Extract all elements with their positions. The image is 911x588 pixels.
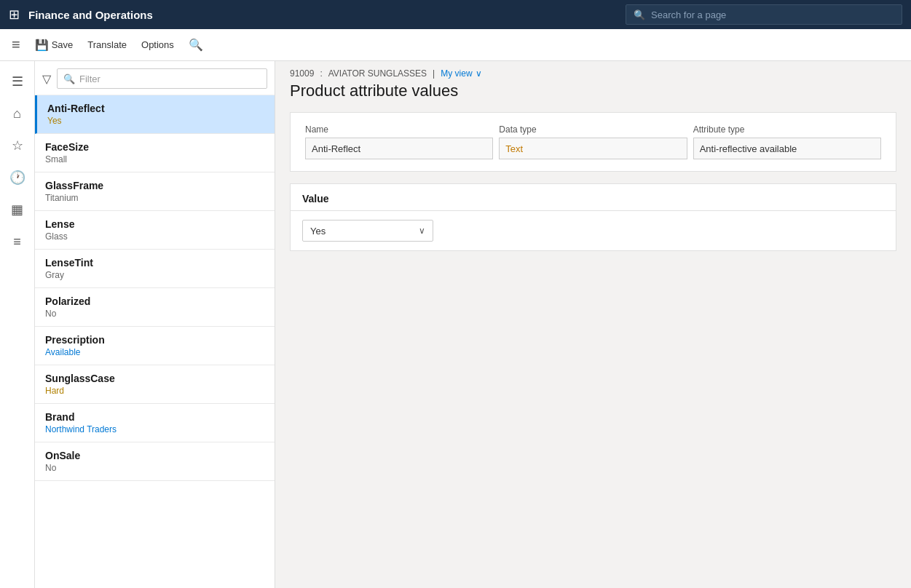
- name-field: Name: [305, 124, 499, 159]
- list-item-value: No: [45, 463, 264, 473]
- grid-icon[interactable]: ⊞: [9, 7, 20, 23]
- value-dropdown-text: Yes: [310, 226, 326, 237]
- sidebar-list[interactable]: ≡: [3, 227, 32, 256]
- main-layout: ☰ ⌂ ☆ 🕐 ▦ ≡ ▽ 🔍 Anti-ReflectYesFaceSizeS…: [0, 61, 911, 588]
- sidebar-home[interactable]: ⌂: [3, 99, 32, 128]
- global-search[interactable]: 🔍: [626, 4, 902, 25]
- app-title: Finance and Operations: [28, 9, 617, 21]
- chevron-down-icon: ∨: [419, 226, 425, 236]
- sidebar-hamburger[interactable]: ☰: [3, 67, 32, 96]
- options-button[interactable]: Options: [135, 36, 180, 53]
- list-item-value: Glass: [45, 231, 264, 242]
- icon-sidebar: ☰ ⌂ ☆ 🕐 ▦ ≡: [0, 61, 35, 588]
- value-section-title: Value: [291, 184, 896, 211]
- list-item-name: Polarized: [45, 295, 264, 307]
- list-item-name: Anti-Reflect: [47, 103, 264, 114]
- toolbar: ≡ 💾 Save Translate Options 🔍: [0, 29, 911, 61]
- page-title: Product attribute values: [290, 82, 896, 100]
- list-item[interactable]: PolarizedNo: [35, 288, 275, 327]
- attribute-type-input[interactable]: [693, 138, 881, 159]
- list-item-name: Prescription: [45, 334, 264, 346]
- list-item-name: SunglassCase: [45, 373, 264, 384]
- list-item-value: Northwind Traders: [45, 424, 264, 434]
- value-section-body: Yes ∨: [291, 211, 896, 250]
- value-section: Value Yes ∨: [290, 183, 896, 251]
- list-item[interactable]: BrandNorthwind Traders: [35, 404, 275, 442]
- my-view-label: My view: [441, 68, 472, 79]
- list-item[interactable]: FaceSizeSmall: [35, 134, 275, 172]
- translate-button[interactable]: Translate: [82, 36, 133, 53]
- breadcrumb-separator: :: [320, 68, 322, 79]
- search-input[interactable]: [651, 9, 894, 20]
- list-item[interactable]: LenseGlass: [35, 211, 275, 250]
- list-item-name: Brand: [45, 411, 264, 423]
- list-item-value: Small: [45, 154, 264, 164]
- breadcrumb-code: 91009: [290, 68, 314, 79]
- list-search[interactable]: 🔍: [57, 68, 267, 89]
- save-button[interactable]: 💾 Save: [29, 36, 79, 55]
- breadcrumb: 91009 : AVIATOR SUNGLASSES | My view ∨: [290, 68, 896, 79]
- sidebar-favorites[interactable]: ☆: [3, 131, 32, 160]
- name-input[interactable]: [305, 138, 493, 159]
- attribute-type-field: Attribute type: [693, 124, 881, 159]
- save-icon: 💾: [35, 39, 49, 52]
- search-icon: 🔍: [634, 9, 645, 20]
- data-type-input[interactable]: [499, 138, 687, 159]
- data-type-label: Data type: [499, 124, 687, 135]
- list-item[interactable]: Anti-ReflectYes: [35, 95, 275, 134]
- list-item-value: Yes: [47, 116, 264, 126]
- list-filter-input[interactable]: [79, 74, 261, 84]
- translate-label: Translate: [87, 39, 127, 50]
- list-item-name: LenseTint: [45, 257, 264, 269]
- list-items: Anti-ReflectYesFaceSizeSmallGlassFrameTi…: [35, 95, 275, 588]
- list-search-icon: 🔍: [63, 74, 75, 84]
- list-item-name: GlassFrame: [45, 180, 264, 191]
- toolbar-search-icon[interactable]: 🔍: [183, 35, 209, 55]
- list-item-value: No: [45, 309, 264, 319]
- attribute-type-label: Attribute type: [693, 124, 881, 135]
- menu-toggle-icon[interactable]: ≡: [6, 33, 26, 56]
- list-panel: ▽ 🔍 Anti-ReflectYesFaceSizeSmallGlassFra…: [35, 61, 275, 588]
- list-item[interactable]: GlassFrameTitanium: [35, 172, 275, 211]
- sidebar-recent[interactable]: 🕐: [3, 163, 32, 192]
- list-item-value: Gray: [45, 270, 264, 280]
- list-item-name: Lense: [45, 218, 264, 230]
- data-type-field: Data type: [499, 124, 693, 159]
- top-bar: ⊞ Finance and Operations 🔍: [0, 0, 911, 29]
- filter-icon[interactable]: ▽: [42, 72, 51, 86]
- list-item[interactable]: LenseTintGray: [35, 250, 275, 288]
- value-dropdown[interactable]: Yes ∨: [302, 220, 433, 242]
- sidebar-workspaces[interactable]: ▦: [3, 195, 32, 224]
- my-view-button[interactable]: My view ∨: [441, 68, 481, 79]
- list-item-value: Hard: [45, 386, 264, 396]
- list-item-value: Titanium: [45, 193, 264, 203]
- list-item-name: OnSale: [45, 450, 264, 461]
- form-row: Name Data type Attribute type: [305, 124, 881, 159]
- options-label: Options: [141, 39, 174, 50]
- my-view-chevron: ∨: [476, 68, 482, 79]
- content-header: 91009 : AVIATOR SUNGLASSES | My view ∨ P…: [275, 61, 911, 100]
- breadcrumb-name: AVIATOR SUNGLASSES: [328, 68, 427, 79]
- list-panel-header: ▽ 🔍: [35, 61, 275, 95]
- form-section: Name Data type Attribute type: [290, 112, 896, 172]
- list-item[interactable]: SunglassCaseHard: [35, 365, 275, 404]
- list-item[interactable]: PrescriptionAvailable: [35, 327, 275, 365]
- content-area: 91009 : AVIATOR SUNGLASSES | My view ∨ P…: [275, 61, 911, 588]
- list-item[interactable]: OnSaleNo: [35, 442, 275, 481]
- breadcrumb-pipe: |: [433, 68, 435, 79]
- save-label: Save: [52, 39, 74, 50]
- list-item-value: Available: [45, 347, 264, 357]
- name-label: Name: [305, 124, 493, 135]
- list-item-name: FaceSize: [45, 141, 264, 153]
